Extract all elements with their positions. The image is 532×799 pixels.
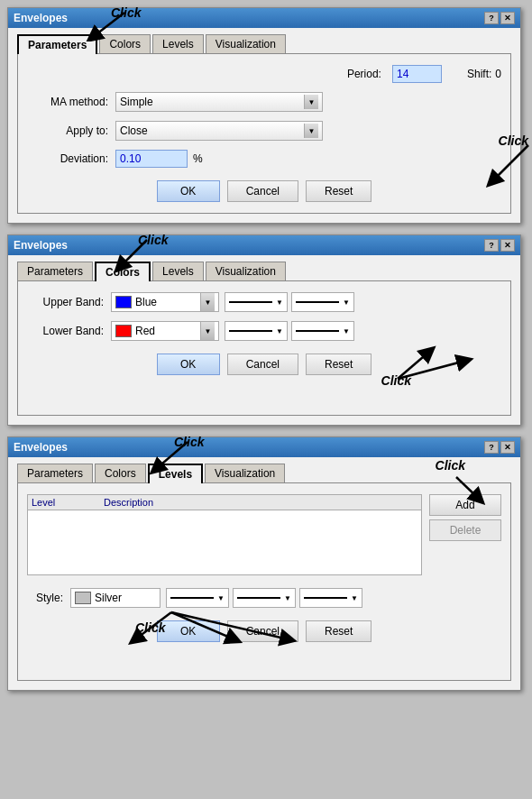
style-color-name: Silver	[95, 592, 156, 604]
cancel-button-1[interactable]: Cancel	[227, 180, 298, 202]
reset-button-2[interactable]: Reset	[306, 354, 371, 375]
levels-action-buttons: Add Delete	[429, 494, 501, 581]
style-line-width-preview	[237, 597, 280, 599]
dialog3-buttons: OK Cancel Reset	[27, 620, 501, 642]
ma-method-select[interactable]: Simple ▼	[115, 92, 323, 112]
click-label-3: Click	[174, 435, 204, 449]
dialog1-wrapper: Click Envelopes ? ✕ Parameters Colors	[7, 7, 525, 224]
lower-band-row: Lower Band: Red ▼ ▼ ▼	[27, 321, 501, 341]
levels-table-header: Level Description	[28, 495, 421, 510]
dialog2-titlebar: Envelopes ? ✕	[8, 235, 520, 255]
levels-table-area: Click Level Des	[27, 494, 422, 581]
help-button-3[interactable]: ?	[484, 441, 499, 454]
upper-band-swatch	[115, 296, 132, 308]
ok-button-2[interactable]: OK	[157, 354, 220, 375]
upper-band-line-preview	[229, 301, 272, 303]
style-width-arrow: ▼	[284, 594, 291, 602]
dialog3-body: Parameters Colors Levels Visualization	[8, 457, 520, 690]
help-button-2[interactable]: ?	[484, 239, 499, 252]
lower-band-arrow: ▼	[200, 322, 215, 340]
close-button-3[interactable]: ✕	[500, 441, 515, 454]
titlebar-buttons-3: ? ✕	[484, 441, 515, 454]
dialog1-body: Parameters Colors Levels Visualization P…	[8, 28, 520, 223]
dialog2-tabs: Parameters Colors Levels Visualization	[17, 261, 511, 280]
lower-band-color-name: Red	[135, 325, 200, 337]
tab-levels-2[interactable]: Levels	[152, 262, 204, 281]
lower-band-line-width[interactable]: ▼	[291, 321, 354, 341]
close-button-1[interactable]: ✕	[500, 12, 515, 24]
upper-band-label: Upper Band:	[27, 296, 104, 308]
upper-band-arrow: ▼	[200, 293, 215, 311]
style-line-width[interactable]: ▼	[233, 588, 296, 608]
cancel-button-3[interactable]: Cancel	[227, 620, 298, 642]
dialog1-title: Envelopes	[14, 12, 68, 24]
dialog1-tabs: Parameters Colors Levels Visualization	[17, 33, 511, 53]
add-button-3[interactable]: Add	[429, 494, 501, 516]
tab-levels-1[interactable]: Levels	[152, 34, 204, 54]
style-label: Style:	[27, 592, 63, 604]
shift-label: Shift:	[467, 68, 491, 80]
upper-band-line-style[interactable]: ▼	[225, 292, 288, 312]
levels-content: Click Level Des	[27, 494, 501, 581]
dialog2-buttons: OK Cancel Reset	[27, 354, 501, 375]
tab-visualization-3[interactable]: Visualization	[205, 464, 285, 483]
tab-visualization-1[interactable]: Visualization	[206, 34, 286, 54]
lower-band-width-arrow: ▼	[343, 327, 350, 335]
click-label-3c: Click	[135, 620, 165, 635]
apply-to-row: Apply to: Close ▼	[27, 121, 501, 141]
svg-line-1	[492, 145, 528, 181]
style-row: Style: Silver ▼ ▼ ▼	[27, 588, 501, 608]
deviation-input[interactable]	[115, 150, 188, 168]
upper-band-width-arrow: ▼	[343, 298, 350, 307]
ok-button-3[interactable]: OK	[157, 620, 220, 642]
style-color-select[interactable]: Silver	[70, 588, 161, 608]
lower-band-color-select[interactable]: Red ▼	[111, 321, 219, 341]
period-label: Period:	[347, 68, 381, 80]
dialog2-title: Envelopes	[14, 239, 68, 252]
tab-parameters-1[interactable]: Parameters	[17, 34, 97, 54]
style-line-extra[interactable]: ▼	[299, 588, 362, 608]
click-label-2: Click	[138, 233, 168, 247]
levels-col-level-header: Level	[32, 497, 104, 508]
period-input[interactable]	[392, 65, 442, 83]
apply-to-select[interactable]: Close ▼	[115, 121, 323, 141]
levels-empty-area	[28, 510, 421, 574]
help-button-1[interactable]: ?	[484, 12, 499, 24]
style-extra-arrow: ▼	[351, 594, 358, 602]
click-label-3b: Click	[436, 458, 465, 473]
tab-parameters-2[interactable]: Parameters	[17, 262, 93, 281]
close-button-2[interactable]: ✕	[500, 239, 515, 252]
shift-value: 0	[495, 68, 501, 80]
tab-colors-3[interactable]: Colors	[95, 464, 146, 483]
tab-colors-2[interactable]: Colors	[95, 262, 151, 281]
deviation-row: Deviation: % Click	[27, 150, 501, 168]
lower-band-line-style[interactable]: ▼	[225, 321, 288, 341]
reset-button-3[interactable]: Reset	[306, 620, 371, 642]
delete-button-3[interactable]: Delete	[429, 519, 501, 541]
upper-band-line-width[interactable]: ▼	[291, 292, 354, 312]
period-row: Period: Shift: 0	[27, 65, 501, 83]
upper-band-color-name: Blue	[135, 296, 200, 308]
tab-levels-3[interactable]: Levels	[148, 464, 203, 483]
levels-table: Level Description	[27, 494, 422, 575]
style-line-extra-preview	[304, 597, 347, 599]
click-label-2b: Click	[381, 373, 411, 388]
lower-band-label: Lower Band:	[27, 325, 104, 337]
apply-to-arrow: ▼	[304, 124, 318, 138]
lower-band-line-preview	[229, 330, 272, 332]
reset-button-1[interactable]: Reset	[306, 180, 371, 202]
dialog2-tab-content: Upper Band: Blue ▼ ▼ ▼	[17, 280, 511, 416]
dialog3-wrapper: Click Envelopes ? ✕ Parameters Colors	[7, 436, 525, 691]
dialog2-body: Parameters Colors Levels Visualization U…	[8, 255, 520, 425]
deviation-unit: %	[193, 152, 203, 165]
dialog1-titlebar: Envelopes ? ✕	[8, 8, 520, 28]
ok-button-1[interactable]: OK	[157, 180, 220, 202]
tab-parameters-3[interactable]: Parameters	[17, 464, 93, 483]
tab-colors-1[interactable]: Colors	[99, 34, 151, 54]
cancel-button-2[interactable]: Cancel	[227, 354, 298, 375]
dialog1: Envelopes ? ✕ Parameters Colors Levels V…	[7, 7, 521, 224]
style-line-style[interactable]: ▼	[166, 588, 229, 608]
dialog3-title: Envelopes	[14, 441, 68, 454]
upper-band-color-select[interactable]: Blue ▼	[111, 292, 219, 312]
tab-visualization-2[interactable]: Visualization	[206, 262, 286, 281]
